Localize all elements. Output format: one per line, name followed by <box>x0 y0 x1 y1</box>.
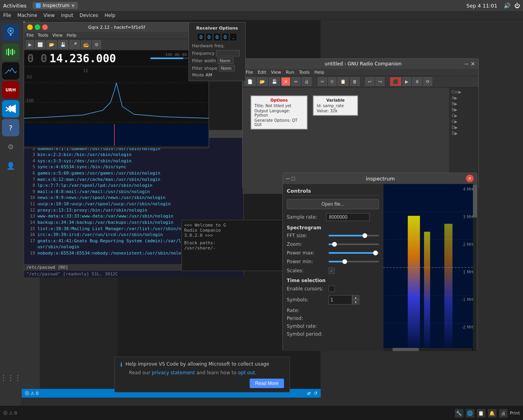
gqrx-close-btn[interactable] <box>42 24 48 30</box>
gnu-run-menu[interactable]: Run <box>286 70 294 75</box>
gnu-tools-menu[interactable]: Tools <box>299 70 310 75</box>
privacy-link[interactable]: privacy statement <box>152 370 195 375</box>
gqrx-menu-help[interactable]: Help <box>67 33 77 38</box>
vim-line-5: 5sync:x:4:65534:sync:/bin:/bin/sync <box>26 164 241 170</box>
scales-checkbox[interactable]: ✓ <box>329 268 335 274</box>
menu-help[interactable]: Help <box>105 13 115 18</box>
vim-line-4: 4sys:x:3:3:sys:/dev:/usr/sbin/nologin <box>26 158 241 164</box>
sidebar-urh-icon[interactable]: URH <box>2 81 19 98</box>
gnu-redo-btn[interactable]: ↪ <box>375 77 385 86</box>
symbols-up-btn[interactable]: ▲ <box>352 295 359 300</box>
options-block[interactable]: Options Title: Not titled yet Output Lan… <box>250 95 308 130</box>
svg-rect-4 <box>8 48 9 56</box>
sidebar-settings-icon[interactable]: ⚙ <box>2 138 19 155</box>
menu-devices[interactable]: Devices <box>80 13 98 18</box>
menu-input[interactable]: input <box>61 13 73 18</box>
gnu-close-doc-btn[interactable]: ✕ <box>281 77 290 86</box>
open-file-btn[interactable]: Open file... <box>287 199 379 209</box>
sidebar-vscode-icon[interactable] <box>2 100 19 117</box>
power-icon[interactable]: ⏻ <box>514 2 520 9</box>
sidebar-help-icon[interactable]: ? <box>2 119 19 136</box>
gnu-radio-close-btn[interactable]: ✕ <box>471 61 475 67</box>
gnu-print-btn[interactable]: 🖨 <box>302 77 312 86</box>
gnu-file-menu[interactable]: File <box>246 70 253 75</box>
gqrx-menu-view[interactable]: View <box>52 33 63 38</box>
symbol-period-row: Symbol period: <box>287 331 379 337</box>
filter-width-input[interactable] <box>218 58 233 64</box>
volume-icon[interactable]: 🔊 <box>504 2 510 9</box>
options-block-title: Options <box>254 98 304 102</box>
variable-value-row: Value: 32k <box>317 109 354 113</box>
spectrum-vscrollbar[interactable] <box>473 184 477 351</box>
gnu-open-btn[interactable]: 📂 <box>257 77 268 86</box>
optout-link[interactable]: opt out. <box>238 370 256 375</box>
insp-close-btn[interactable]: ✕ <box>466 175 474 182</box>
gqrx-menu-tools[interactable]: Tools <box>37 33 48 38</box>
freq-main: 14.236.000 <box>50 52 116 65</box>
enable-cursors-checkbox[interactable] <box>329 286 335 292</box>
gqrx-play-btn[interactable]: ▶ <box>26 40 34 49</box>
symbols-down-btn[interactable]: ▼ <box>352 300 359 305</box>
inspectrum-indicator[interactable]: Inspectrum ▼ <box>33 2 78 9</box>
gqrx-window: Gqrx 2.12 - hackrf=5f1e5f File Tools Vie… <box>24 22 209 148</box>
gnu-delete-btn[interactable]: 🗑 <box>350 77 360 86</box>
activities-btn[interactable]: Activities <box>3 3 26 9</box>
gnu-stop-btn[interactable]: ⬛ <box>390 77 401 86</box>
sample-rate-input[interactable] <box>326 213 370 221</box>
sidebar-apps-icon[interactable]: ⋮⋮⋮ <box>2 369 19 386</box>
gqrx-tb-btn5[interactable]: 🎤 <box>69 40 80 49</box>
sidebar-audio-icon[interactable] <box>2 43 19 61</box>
sidebar-spectrum-icon[interactable] <box>2 62 19 80</box>
gqrx-tb-btn4[interactable]: 💾 <box>58 40 68 49</box>
gqrx-menu-file[interactable]: File <box>26 33 34 38</box>
spectrogram-title: Spectrogram <box>287 225 379 230</box>
taskbar-icon-3[interactable]: 📋 <box>477 409 486 418</box>
gqrx-minimize-btn[interactable] <box>27 24 33 30</box>
filter-shape-input[interactable] <box>219 65 235 71</box>
menu-machine[interactable]: Machine <box>17 13 37 18</box>
chevron-down-icon: ▼ <box>71 4 75 8</box>
taskbar-icon-1[interactable]: 🔧 <box>455 409 463 418</box>
zoom-slider-thumb[interactable] <box>332 242 337 247</box>
power-min-slider[interactable] <box>342 259 347 264</box>
gnu-cut-btn[interactable]: ✂ <box>318 77 327 86</box>
bottom-taskbar: ⓪ ⚠ 0 🔧 🌐 📋 🔔 🖨 Print <box>0 406 523 420</box>
gqrx-tb-btn7[interactable]: ⚙ <box>92 40 101 49</box>
sidebar-sdr-icon[interactable] <box>2 24 19 41</box>
gnu-edit2-btn[interactable]: ✏ <box>291 77 301 86</box>
gnu-edit-menu[interactable]: Edit <box>258 70 266 75</box>
taskbar-icon-2[interactable]: 🌐 <box>466 409 474 418</box>
sidebar-person-icon[interactable]: 👤 <box>2 157 19 174</box>
gnu-gen-btn[interactable]: ⟳ <box>423 77 432 86</box>
menu-view[interactable]: View <box>43 13 54 18</box>
gqrx-maximize-btn[interactable] <box>35 24 40 30</box>
gnu-new-btn[interactable]: 📄 <box>245 77 256 86</box>
fft-slider-thumb[interactable] <box>362 233 367 238</box>
gnu-run-btn[interactable]: ▶ <box>402 77 411 86</box>
spectrum-scrollbar[interactable] <box>383 348 472 351</box>
gqrx-tb-btn2[interactable]: ⬜ <box>35 40 45 49</box>
power-max-slider[interactable] <box>373 251 378 255</box>
inspectrum-spectrum-display[interactable]: 4 MHz 3 MHz 2 MHz 1 MHz -1 MHz -2 MHz <box>383 184 477 351</box>
variable-block[interactable]: Variable Id: samp_rate Value: 32k <box>313 95 358 116</box>
gnu-radio-menu-bar: File Edit View Run Tools Help <box>243 69 478 76</box>
gnu-copy-btn[interactable]: ⎘ <box>328 77 336 86</box>
taskbar-icon-4[interactable]: 🔔 <box>488 409 497 418</box>
gnu-view-menu[interactable]: View <box>271 70 281 75</box>
gnu-undo-btn[interactable]: ↩ <box>365 77 374 86</box>
mode-label: Mode <box>192 72 204 78</box>
gqrx-tb-btn6[interactable]: 📻 <box>81 40 91 49</box>
gnu-help-menu[interactable]: Help <box>314 70 324 75</box>
read-more-btn[interactable]: Read More <box>250 379 284 388</box>
taskbar-icon-5[interactable]: 🖨 <box>499 409 508 418</box>
menu-file[interactable]: File <box>3 13 11 18</box>
gnu-paste-btn[interactable]: 📋 <box>338 77 349 86</box>
gnu-pause-btn[interactable]: ⏸ <box>412 77 422 86</box>
insp-restore-btn[interactable]: □ <box>291 175 295 182</box>
symbols-input[interactable] <box>329 295 352 305</box>
gnu-radio-minimize-btn[interactable]: ─ <box>465 61 469 67</box>
gqrx-tb-btn3[interactable]: 📂 <box>47 40 57 49</box>
gnu-save-btn[interactable]: 💾 <box>269 77 280 86</box>
frequency-input[interactable] <box>216 50 240 56</box>
insp-minimize-btn[interactable]: ─ <box>286 175 290 182</box>
